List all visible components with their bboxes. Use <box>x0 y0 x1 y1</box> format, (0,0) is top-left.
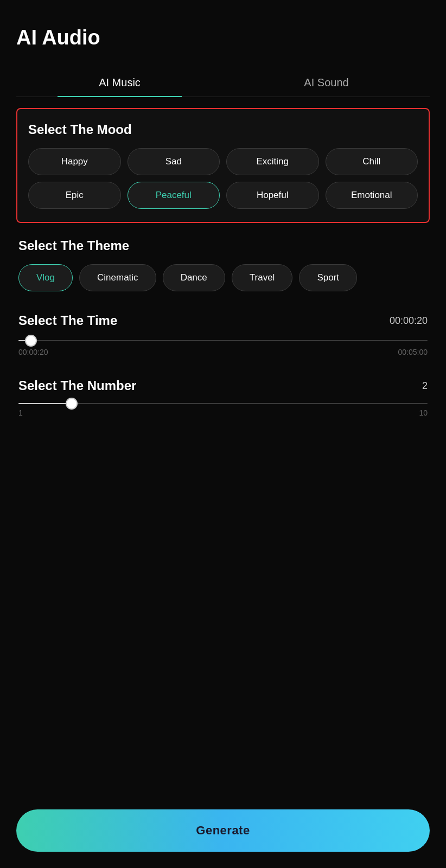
theme-btn-vlog[interactable]: Vlog <box>18 264 73 291</box>
theme-button-grid: Vlog Cinematic Dance Travel Sport <box>18 264 428 291</box>
tab-ai-sound[interactable]: AI Sound <box>223 69 430 97</box>
tab-ai-music[interactable]: AI Music <box>16 69 223 97</box>
mood-btn-peaceful[interactable]: Peaceful <box>128 182 220 209</box>
number-section-title: Select The Number <box>18 378 136 393</box>
mood-btn-chill[interactable]: Chill <box>326 148 418 175</box>
tabs-bar: AI Music AI Sound <box>16 69 430 97</box>
theme-btn-dance[interactable]: Dance <box>163 264 225 291</box>
time-min-label: 00:00:20 <box>18 348 48 356</box>
mood-btn-epic[interactable]: Epic <box>28 182 121 209</box>
time-section: Select The Time 00:00:20 00:00:20 00:05:… <box>16 313 430 356</box>
time-slider-labels: 00:00:20 00:05:00 <box>18 348 428 356</box>
mood-btn-happy[interactable]: Happy <box>28 148 121 175</box>
mood-btn-sad[interactable]: Sad <box>128 148 220 175</box>
mood-button-grid: Happy Sad Exciting Chill Epic Peaceful H… <box>28 148 418 209</box>
theme-btn-sport[interactable]: Sport <box>299 264 357 291</box>
number-slider-thumb <box>66 398 78 410</box>
theme-btn-cinematic[interactable]: Cinematic <box>79 264 156 291</box>
mood-section: Select The Mood Happy Sad Exciting Chill… <box>16 108 430 223</box>
number-min-label: 1 <box>18 409 23 417</box>
generate-btn-container: Generate <box>16 809 430 852</box>
mood-btn-exciting[interactable]: Exciting <box>226 148 319 175</box>
mood-btn-hopeful[interactable]: Hopeful <box>226 182 319 209</box>
time-slider-track <box>18 340 428 341</box>
mood-btn-emotional[interactable]: Emotional <box>326 182 418 209</box>
time-current-value: 00:00:20 <box>390 315 428 327</box>
time-max-label: 00:05:00 <box>398 348 428 356</box>
theme-section-title: Select The Theme <box>18 238 428 253</box>
time-slider-container <box>18 338 428 343</box>
generate-button[interactable]: Generate <box>16 809 430 852</box>
mood-section-title: Select The Mood <box>28 122 418 137</box>
number-slider-labels: 1 10 <box>18 409 428 417</box>
theme-btn-travel[interactable]: Travel <box>232 264 293 291</box>
number-max-label: 10 <box>419 409 428 417</box>
number-current-value: 2 <box>422 380 428 392</box>
number-section: Select The Number 2 1 10 <box>16 378 430 417</box>
number-slider-track <box>18 403 428 404</box>
time-section-title: Select The Time <box>18 313 117 328</box>
theme-section: Select The Theme Vlog Cinematic Dance Tr… <box>16 238 430 291</box>
time-section-header: Select The Time 00:00:20 <box>18 313 428 328</box>
page-title: AI Audio <box>16 26 430 49</box>
number-section-header: Select The Number 2 <box>18 378 428 393</box>
